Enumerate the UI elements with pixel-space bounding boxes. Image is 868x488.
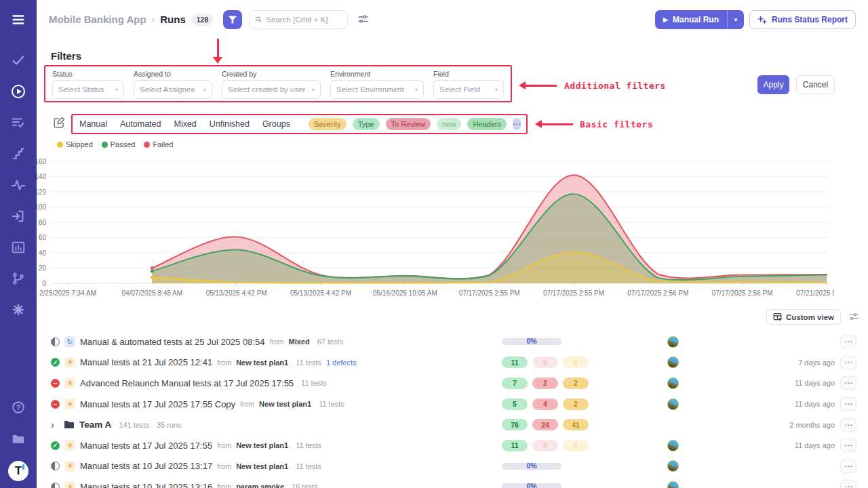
svg-text:05/13/2025 4:42 PM: 05/13/2025 4:42 PM: [206, 289, 267, 297]
filter-label: Assigned to: [134, 70, 212, 78]
manual-run-label: Manual Run: [673, 15, 719, 24]
filter-tag-headers[interactable]: Headers: [467, 118, 507, 130]
select-placeholder: Select Assignee: [140, 85, 195, 94]
steps-icon[interactable]: [9, 145, 27, 163]
run-title[interactable]: Manual tests at 17 Jul 2025 17:55: [80, 441, 212, 451]
row-menu-button[interactable]: ⋯: [840, 335, 856, 348]
filter-tag-severity[interactable]: Severity: [309, 118, 347, 130]
analytics-icon[interactable]: [9, 176, 27, 194]
help-icon[interactable]: ?: [9, 399, 27, 416]
status-inprogress-icon: [51, 483, 60, 488]
manual-run-caret[interactable]: ▾: [728, 16, 744, 23]
manual-run-button[interactable]: ▶Manual Run ▾: [655, 10, 744, 29]
breadcrumb-page[interactable]: Runs: [160, 14, 186, 25]
svg-text:07/17/2025 2:56 PM: 07/17/2025 2:56 PM: [627, 289, 688, 297]
avatar: [667, 378, 679, 389]
run-tests-count: 11 tests: [296, 441, 321, 449]
projects-icon[interactable]: [9, 430, 27, 447]
run-tests-count: 11 tests: [301, 379, 327, 387]
passed-count-pill: 11: [502, 357, 528, 368]
table-view-icon: [773, 312, 782, 321]
run-title[interactable]: Manual tests at 17 Jul 2025 17:55 Copy: [80, 399, 235, 409]
status-inprogress-icon: [51, 338, 60, 346]
run-row[interactable]: ✳ Manual tests at 10 Jul 2025 13:16 from…: [51, 476, 858, 488]
row-menu-button[interactable]: ⋯: [840, 460, 856, 473]
tab-groups[interactable]: Groups: [262, 119, 290, 129]
svg-text:?: ?: [16, 404, 20, 411]
field-select[interactable]: Select Field▾: [433, 80, 504, 99]
run-row[interactable]: ↻ Manual & automated tests at 25 Jul 202…: [51, 331, 858, 352]
run-title[interactable]: Advanced Relaunch Manual tests at 17 Jul…: [80, 378, 294, 388]
settings-icon[interactable]: [9, 301, 27, 319]
filter-tag-to-review[interactable]: To Review: [386, 118, 431, 130]
filter-tag-type[interactable]: Type: [353, 118, 380, 130]
runs-status-report-label: Runs Status Report: [772, 15, 848, 24]
chevron-down-icon: ▾: [415, 87, 418, 93]
list-settings-icon[interactable]: [848, 311, 859, 322]
plans-icon[interactable]: [9, 114, 27, 131]
apply-button[interactable]: Apply: [757, 75, 789, 94]
tab-automated[interactable]: Automated: [120, 119, 161, 129]
run-row[interactable]: – ✳ Advanced Relaunch Manual tests at 17…: [51, 373, 858, 394]
breadcrumb-project[interactable]: Mobile Banking App: [49, 14, 146, 25]
row-menu-button[interactable]: ⋯: [840, 418, 856, 432]
search-box[interactable]: [249, 10, 348, 29]
expand-chevron-icon[interactable]: ›: [51, 421, 59, 429]
passed-count-pill: 5: [502, 399, 528, 410]
run-title[interactable]: Manual & automated tests at 25 Jul 2025 …: [80, 337, 264, 347]
filter-label: Field: [433, 70, 504, 78]
svg-text:07/17/2025 2:55 PM: 07/17/2025 2:55 PM: [459, 289, 520, 297]
created-by-select[interactable]: Select created by user▾: [222, 80, 321, 99]
chevron-down-icon: ▾: [115, 87, 118, 93]
more-tags-button[interactable]: ⋯: [513, 118, 521, 130]
runs-status-report-button[interactable]: Runs Status Report: [749, 10, 856, 29]
run-title[interactable]: Manual tests at 10 Jul 2025 13:16: [80, 482, 212, 488]
filter-funnel-button[interactable]: [223, 10, 242, 29]
assignee-select[interactable]: Select Assignee▾: [134, 80, 212, 99]
row-menu-button[interactable]: ⋯: [840, 397, 856, 411]
row-menu-button[interactable]: ⋯: [840, 356, 856, 369]
cancel-button[interactable]: Cancel: [796, 75, 835, 94]
passed-count-pill: 7: [502, 378, 528, 389]
run-row[interactable]: ✓ ✳ Manual tests at 21 Jul 2025 12:41 fr…: [51, 352, 858, 373]
annotation-basic-filters: Basic filters: [580, 119, 653, 129]
avatar: [667, 481, 679, 488]
group-row[interactable]: › Team A 141 tests 35 runs 76 24 41 2 mo…: [51, 414, 858, 435]
run-plan-name: New test plan1: [259, 400, 311, 408]
run-row[interactable]: ✳ Manual tests at 10 Jul 2025 13:17 from…: [51, 456, 858, 477]
reports-icon[interactable]: [9, 239, 27, 256]
compose-filter-icon[interactable]: [53, 117, 65, 129]
tab-mixed[interactable]: Mixed: [174, 119, 196, 129]
svg-text:60: 60: [39, 234, 47, 241]
tab-unfinished[interactable]: Unfinished: [210, 119, 250, 129]
search-settings-icon[interactable]: [357, 14, 369, 25]
passed-count-pill: 11: [502, 440, 528, 451]
run-row[interactable]: – ✳ Manual tests at 17 Jul 2025 17:55 Co…: [51, 394, 858, 415]
search-input[interactable]: [266, 16, 342, 24]
run-title[interactable]: Manual tests at 10 Jul 2025 13:17: [80, 461, 212, 471]
tab-manual[interactable]: Manual: [79, 119, 107, 129]
custom-view-button[interactable]: Custom view: [766, 309, 841, 325]
row-menu-button[interactable]: ⋯: [840, 439, 856, 452]
group-title[interactable]: Team A: [79, 420, 111, 430]
filters-heading: Filters: [51, 50, 81, 62]
tasks-icon[interactable]: [9, 52, 27, 69]
row-menu-button[interactable]: ⋯: [840, 376, 856, 390]
row-menu-button[interactable]: ⋯: [840, 480, 856, 488]
defects-link[interactable]: 1 defects: [326, 359, 357, 367]
manual-run-icon: ✳: [64, 399, 75, 409]
legend-passed: Passed: [102, 140, 136, 148]
group-runs-count: 35 runs: [157, 421, 182, 429]
select-placeholder: Select Field: [439, 85, 480, 94]
run-row[interactable]: ✓ ✳ Manual tests at 17 Jul 2025 17:55 fr…: [51, 435, 858, 456]
run-title[interactable]: Manual tests at 21 Jul 2025 12:41: [80, 357, 212, 367]
menu-icon[interactable]: [9, 11, 27, 28]
manual-run-icon: ✳: [64, 461, 75, 472]
filter-tag-new[interactable]: new: [437, 118, 461, 130]
runs-icon[interactable]: [9, 83, 27, 100]
import-icon[interactable]: [9, 207, 27, 225]
status-select[interactable]: Select Status▾: [52, 80, 124, 99]
branches-icon[interactable]: [9, 270, 27, 287]
environment-select[interactable]: Select Environment▾: [330, 80, 424, 99]
app-logo[interactable]: T: [8, 461, 28, 481]
